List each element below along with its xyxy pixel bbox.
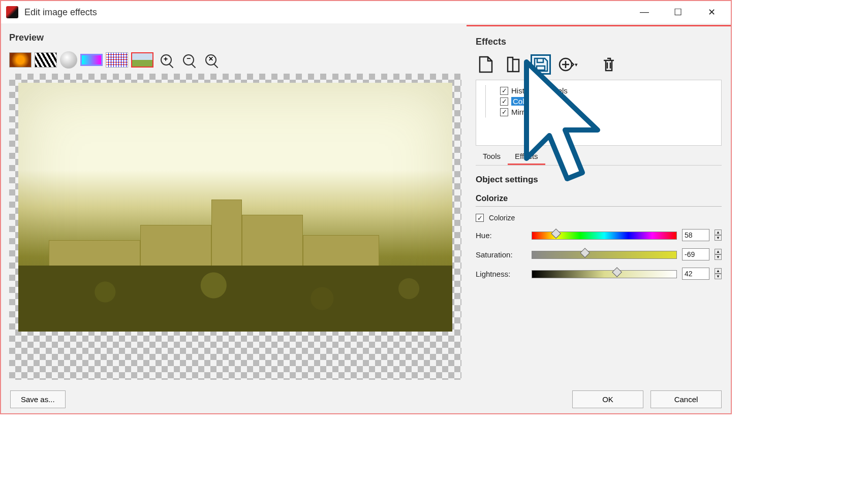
sample-gradient[interactable]: [80, 54, 103, 66]
preview-toolbar: [9, 48, 461, 74]
lightness-spinner[interactable]: ▲▼: [715, 268, 722, 279]
saturation-spinner[interactable]: ▲▼: [715, 249, 722, 260]
zoom-out-button[interactable]: [179, 50, 198, 70]
zoom-fit-icon: [205, 54, 216, 65]
sample-zebra[interactable]: [35, 52, 57, 68]
effect-name-heading: Colorize: [476, 189, 722, 207]
open-effect-button[interactable]: [503, 54, 523, 75]
hue-label: Hue:: [476, 231, 526, 240]
sample-sphere[interactable]: [60, 51, 77, 69]
zoom-in-icon: [161, 54, 172, 65]
effects-panel: Effects ▾: [467, 23, 731, 385]
hue-spinner[interactable]: ▲▼: [715, 229, 722, 241]
new-effect-button[interactable]: [476, 54, 496, 75]
ok-button[interactable]: OK: [572, 390, 643, 408]
effects-toolbar: ▾: [476, 52, 722, 80]
effect-checkbox[interactable]: ✓: [500, 97, 508, 106]
tab-tools[interactable]: Tools: [476, 149, 508, 165]
save-effect-button[interactable]: [531, 54, 551, 75]
save-as-button[interactable]: Save as...: [10, 390, 66, 408]
floppy-disk-icon: [533, 57, 548, 72]
effects-heading: Effects: [476, 32, 722, 52]
dropdown-caret-icon: ▾: [575, 61, 578, 68]
effect-tree-item[interactable]: ✓Histogram levels: [490, 85, 714, 96]
object-settings-panel: Object settings Colorize ✓ Colorize Hue:…: [467, 168, 731, 294]
page-icon: [478, 56, 493, 73]
lightness-slider[interactable]: [532, 268, 677, 279]
delete-effect-button[interactable]: [599, 54, 619, 75]
close-button[interactable]: ✕: [702, 7, 721, 18]
zoom-fit-button[interactable]: [201, 50, 221, 70]
zoom-out-icon: [183, 54, 194, 65]
cancel-button[interactable]: Cancel: [650, 390, 722, 408]
effect-tree-label: Colorize: [511, 97, 542, 106]
sample-photo[interactable]: [131, 52, 153, 68]
lightness-value[interactable]: 42: [682, 268, 709, 280]
preview-image: [18, 83, 452, 332]
effect-tree-item[interactable]: ✓Colorize: [490, 96, 714, 107]
colorize-checkbox-label: Colorize: [489, 214, 515, 222]
preview-heading: Preview: [9, 28, 461, 48]
app-icon: [6, 6, 18, 18]
window-title: Edit image effects: [24, 7, 97, 18]
add-effect-button[interactable]: ▾: [558, 54, 578, 75]
saturation-value[interactable]: -69: [682, 248, 709, 260]
effects-tree[interactable]: ✓Histogram levels✓Colorize✓Mirror: [476, 80, 722, 146]
minimize-button[interactable]: —: [635, 7, 654, 18]
dialog-footer: Save as... OK Cancel: [1, 385, 731, 413]
effect-tree-item[interactable]: ✓Mirror: [490, 107, 714, 117]
lightness-label: Lightness:: [476, 270, 526, 278]
effect-checkbox[interactable]: ✓: [500, 87, 508, 95]
saturation-row: Saturation: -69 ▲▼: [476, 248, 722, 260]
saturation-slider[interactable]: [532, 249, 677, 260]
saturation-label: Saturation:: [476, 250, 526, 259]
folder-icon: [506, 56, 521, 73]
hue-row: Hue: 58 ▲▼: [476, 229, 722, 241]
preview-panel: Preview: [1, 23, 467, 385]
effect-checkbox[interactable]: ✓: [500, 108, 508, 116]
sample-butterfly[interactable]: [9, 52, 32, 68]
zoom-in-button[interactable]: [157, 50, 176, 70]
lightness-row: Lightness: 42 ▲▼: [476, 268, 722, 280]
hue-slider[interactable]: [532, 229, 677, 241]
tab-effects[interactable]: Effects: [508, 149, 545, 165]
colorize-checkbox[interactable]: ✓: [476, 214, 484, 222]
object-settings-heading: Object settings: [476, 175, 722, 189]
effect-tree-label: Histogram levels: [511, 86, 568, 95]
colorize-checkbox-row: ✓ Colorize: [476, 214, 722, 222]
sample-grid[interactable]: [106, 52, 128, 68]
titlebar: Edit image effects — ☐ ✕: [1, 1, 731, 23]
effect-tree-label: Mirror: [511, 108, 531, 116]
hue-value[interactable]: 58: [682, 229, 709, 241]
plus-circle-icon: [559, 57, 576, 72]
preview-canvas[interactable]: [9, 74, 461, 380]
trash-icon: [602, 56, 616, 73]
panel-tabs: ToolsEffects: [476, 149, 722, 166]
maximize-button[interactable]: ☐: [669, 7, 687, 18]
